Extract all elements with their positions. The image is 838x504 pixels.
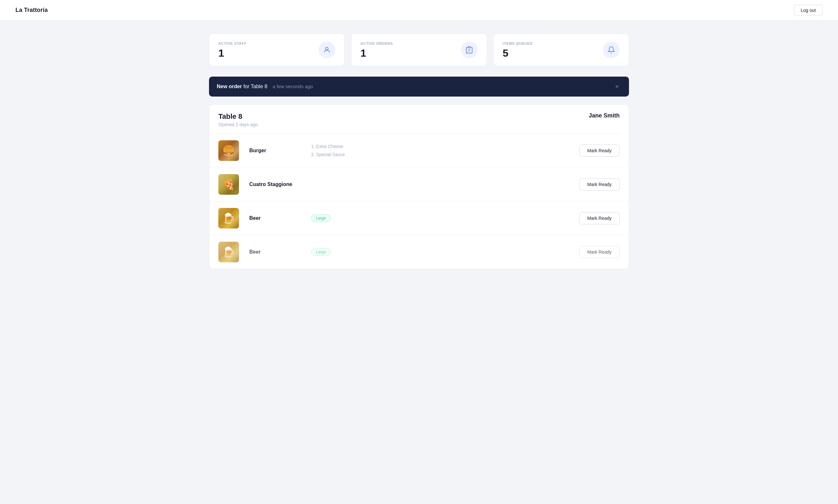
notification-text: New order for Table 8 a few seconds ago [217, 84, 313, 89]
item-image-pizza: 🍕 [219, 174, 239, 195]
item-modifier-2: 2. Special Sauce [311, 150, 579, 159]
item-tags-beer2: Large [311, 248, 579, 256]
stat-active-staff: ACTIVE STAFF 1 [209, 34, 345, 66]
stat-items-queued: ITEMS QUEUED 5 [493, 34, 629, 66]
order-item-beer2: 🍺 Beer Large Mark Ready [209, 235, 629, 269]
stat-icon-orders-wrap [461, 41, 477, 58]
notification-suffix: for Table 8 [242, 84, 267, 89]
stat-icon-queued-wrap [603, 41, 619, 58]
item-image-burger: 🍔 [219, 140, 239, 161]
order-card: Table 8 Opened 2 days ago Jane Smith 🍔 B… [209, 104, 629, 269]
order-item-burger: 🍔 Burger 1. Extra Cheese 2. Special Sauc… [209, 134, 629, 168]
stat-info-orders: ACTIVE ORDERS 1 [361, 41, 393, 58]
stat-value-staff: 1 [219, 48, 247, 58]
clipboard-icon [465, 46, 473, 54]
main-content: ACTIVE STAFF 1 ACTIVE ORDERS 1 [194, 21, 644, 282]
item-name-beer1: Beer [249, 215, 301, 221]
stat-label-staff: ACTIVE STAFF [219, 41, 247, 46]
svg-rect-1 [468, 47, 471, 48]
order-info: Table 8 Opened 2 days ago [219, 112, 258, 127]
item-image-beer1: 🍺 [219, 208, 239, 229]
logo: La Trattoria [15, 7, 48, 14]
svg-point-0 [326, 47, 328, 50]
header: La Trattoria Log out [0, 0, 838, 21]
notification-prefix: New order [217, 84, 242, 89]
order-opened: Opened 2 days ago [219, 122, 258, 127]
stat-info: ACTIVE STAFF 1 [219, 41, 247, 58]
order-header: Table 8 Opened 2 days ago Jane Smith [209, 105, 629, 133]
item-tag-large2: Large [311, 248, 331, 256]
item-name-beer2: Beer [249, 249, 301, 255]
item-name-pizza: Cuatro Staggione [249, 181, 301, 187]
item-modifiers-burger: 1. Extra Cheese 2. Special Sauce [311, 143, 579, 159]
order-item-pizza: 🍕 Cuatro Staggione Mark Ready [209, 168, 629, 201]
item-tags-beer1: Large [311, 214, 579, 222]
burger-emoji: 🍔 [222, 144, 235, 157]
stat-value-queued: 5 [503, 48, 533, 58]
bell-icon [607, 46, 615, 54]
order-item-beer1: 🍺 Beer Large Mark Ready [209, 201, 629, 235]
logout-button[interactable]: Log out [794, 5, 823, 16]
person-icon [323, 46, 331, 54]
stat-label-queued: ITEMS QUEUED [503, 41, 533, 46]
notification-time: a few seconds ago [273, 84, 313, 89]
stat-icon-staff-wrap [318, 41, 335, 58]
pizza-emoji: 🍕 [222, 178, 235, 191]
mark-ready-button-pizza[interactable]: Mark Ready [579, 178, 619, 191]
beer2-emoji: 🍺 [222, 246, 235, 258]
stat-label-orders: ACTIVE ORDERS [361, 41, 393, 46]
item-tag-large: Large [311, 214, 331, 222]
order-staff-name: Jane Smith [589, 112, 619, 119]
mark-ready-button-burger[interactable]: Mark Ready [579, 144, 619, 157]
notification-banner: New order for Table 8 a few seconds ago … [209, 77, 629, 96]
beer-emoji: 🍺 [222, 212, 235, 224]
stats-row: ACTIVE STAFF 1 ACTIVE ORDERS 1 [209, 34, 629, 66]
item-name-burger: Burger [249, 148, 301, 154]
mark-ready-button-beer2[interactable]: Mark Ready [579, 246, 619, 258]
item-image-beer2: 🍺 [219, 242, 239, 262]
order-table-name: Table 8 [219, 112, 258, 121]
stat-value-orders: 1 [361, 48, 393, 58]
stat-active-orders: ACTIVE ORDERS 1 [351, 34, 487, 66]
notification-close-button[interactable]: × [613, 83, 621, 91]
item-modifier-1: 1. Extra Cheese [311, 143, 579, 150]
stat-info-queued: ITEMS QUEUED 5 [503, 41, 533, 58]
mark-ready-button-beer1[interactable]: Mark Ready [579, 212, 619, 224]
